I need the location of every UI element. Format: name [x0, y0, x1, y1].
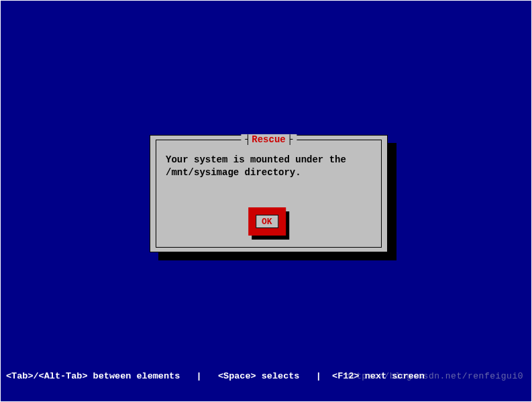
rescue-screen: ┤Rescue├ Your system is mounted under th…	[1, 1, 531, 401]
watermark: https://blog.csdn.net/renfeigui0	[345, 371, 523, 381]
ok-button-inner: OK	[256, 215, 278, 228]
ok-button-label: OK	[262, 217, 272, 227]
dialog-title-container: ┤Rescue├	[241, 134, 297, 145]
dialog-border: ┤Rescue├ Your system is mounted under th…	[156, 140, 382, 248]
title-bracket-close: ├	[287, 134, 292, 145]
dialog-message: Your system is mounted under the /mnt/sy…	[166, 154, 372, 179]
dialog-title: Rescue	[250, 134, 286, 145]
ok-button[interactable]: OK	[248, 207, 286, 236]
rescue-dialog: ┤Rescue├ Your system is mounted under th…	[150, 135, 388, 252]
